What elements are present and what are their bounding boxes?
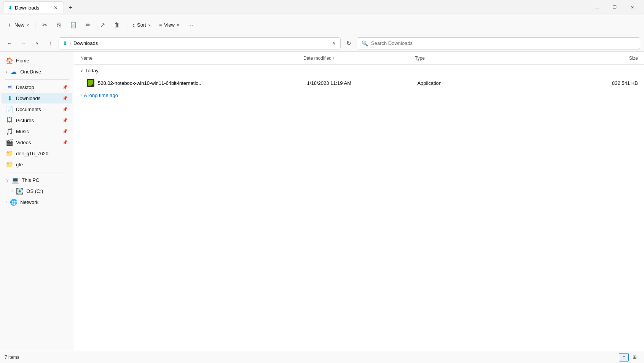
maximize-button[interactable]: ❐: [606, 2, 623, 14]
paste-button[interactable]: 📋: [67, 18, 80, 32]
pictures-icon: 🖼: [6, 117, 13, 124]
file-size-cell: 832,541 KB: [528, 80, 638, 86]
longtime-group-label: A long time ago: [84, 92, 118, 98]
toolbar: ＋ New ∨ ✂ ⎘ 📋 ✏ ↗ 🗑 ↕ Sort ∨ ≡ View ∨ ··…: [0, 15, 644, 35]
new-tab-button[interactable]: +: [65, 2, 76, 13]
share-button[interactable]: ↗: [96, 18, 109, 32]
file-nvidia-icon: [86, 79, 95, 87]
tab-close-button[interactable]: ✕: [52, 4, 59, 11]
file-header: Name Date modified ↓ Type Size: [74, 52, 644, 65]
sidebar-item-dell[interactable]: 📁 dell_g16_7620: [2, 148, 72, 159]
gfe-folder-icon: 📁: [6, 161, 13, 168]
tiles-view-button[interactable]: ⊞: [630, 353, 639, 361]
dell-folder-icon: 📁: [6, 150, 13, 157]
sidebar-item-thispc[interactable]: ∨ 💻 This PC: [2, 175, 72, 185]
sidebar-item-videos[interactable]: 🎬 Videos 📌: [2, 137, 72, 148]
videos-icon: 🎬: [6, 139, 13, 146]
date-sort-arrow: ↓: [333, 56, 335, 60]
home-icon: 🏠: [6, 57, 13, 64]
sidebar-label-gfe: gfe: [16, 162, 68, 167]
sort-label: Sort: [137, 22, 146, 28]
search-input[interactable]: [371, 40, 635, 46]
network-chevron-icon: ›: [6, 200, 7, 204]
view-button[interactable]: ≡ View ∨: [155, 18, 183, 32]
documents-icon: 📄: [6, 106, 13, 113]
thispc-chevron-icon: ∨: [6, 178, 9, 182]
cdrive-chevron-icon: ›: [12, 189, 13, 193]
sidebar-item-network[interactable]: › 🌐 Network: [2, 197, 72, 207]
onedrive-chevron-icon: ›: [6, 70, 7, 74]
desktop-pin-icon: 📌: [62, 85, 68, 90]
back-button[interactable]: ←: [4, 38, 15, 49]
sidebar-label-network: Network: [20, 199, 68, 205]
address-separator: ›: [70, 41, 71, 46]
search-icon: 🔍: [362, 40, 368, 46]
new-icon: ＋: [7, 21, 13, 29]
cdrive-icon: 💽: [16, 188, 23, 194]
sort-icon: ↕: [132, 22, 135, 28]
sidebar-label-onedrive: OneDrive: [20, 69, 68, 75]
copy-button[interactable]: ⎘: [52, 18, 66, 32]
search-bar[interactable]: 🔍: [357, 37, 640, 49]
sidebar-label-downloads: Downloads: [16, 96, 59, 101]
address-bar[interactable]: ⬇ › Downloads ∨: [59, 37, 341, 49]
sidebar-label-home: Home: [16, 58, 68, 64]
statusbar-views: ≡ ⊞: [619, 353, 639, 361]
column-size[interactable]: Size: [526, 56, 638, 61]
sidebar-item-music[interactable]: 🎵 Music 📌: [2, 126, 72, 137]
statusbar: 7 items ≡ ⊞: [0, 351, 644, 363]
thispc-icon: 💻: [12, 177, 19, 183]
titlebar-left: ⬇ Downloads ✕ +: [3, 2, 76, 13]
sidebar-item-gfe[interactable]: 📁 gfe: [2, 159, 72, 170]
navbar: ← → ∨ ↑ ⬇ › Downloads ∨ ↻ 🔍: [0, 35, 644, 52]
file-name-cell: 528.02-notebook-win10-win11-64bit-intern…: [86, 79, 307, 87]
column-date[interactable]: Date modified ↓: [303, 56, 415, 61]
sidebar-item-cdrive[interactable]: › 💽 OS (C:): [2, 186, 72, 196]
column-name[interactable]: Name: [80, 56, 303, 61]
window-controls: — ❐ ✕: [588, 2, 641, 14]
sidebar-label-documents: Documents: [16, 107, 59, 112]
tab-download-icon: ⬇: [8, 5, 13, 11]
address-download-icon: ⬇: [63, 40, 67, 46]
group-longtime-header[interactable]: › A long time ago: [74, 89, 644, 101]
sidebar-item-desktop[interactable]: 🖥 Desktop 📌: [2, 82, 72, 92]
sidebar-item-documents[interactable]: 📄 Documents 📌: [2, 104, 72, 115]
videos-pin-icon: 📌: [62, 140, 68, 145]
up-button[interactable]: ↑: [45, 38, 56, 49]
close-button[interactable]: ✕: [623, 2, 641, 14]
content-area: Name Date modified ↓ Type Size ∨ Today 5…: [74, 52, 644, 351]
new-button[interactable]: ＋ New ∨: [3, 18, 33, 32]
column-type[interactable]: Type: [415, 56, 526, 61]
dropdown-button[interactable]: ∨: [31, 38, 43, 49]
sidebar-item-home[interactable]: 🏠 Home: [2, 55, 72, 66]
rename-button[interactable]: ✏: [81, 18, 95, 32]
forward-button[interactable]: →: [18, 38, 29, 49]
sidebar-item-onedrive[interactable]: › ☁ OneDrive: [2, 66, 72, 77]
music-icon: 🎵: [6, 128, 13, 135]
sidebar-label-desktop: Desktop: [16, 84, 59, 90]
details-view-button[interactable]: ≡: [619, 353, 629, 361]
refresh-button[interactable]: ↻: [343, 38, 354, 49]
view-icon: ≡: [159, 22, 162, 28]
sidebar: 🏠 Home › ☁ OneDrive 🖥 Desktop 📌 ⬇ Downlo…: [0, 52, 74, 351]
sidebar-divider-2: [5, 172, 69, 172]
table-row[interactable]: 528.02-notebook-win10-win11-64bit-intern…: [74, 76, 644, 89]
address-chevron-button[interactable]: ∨: [332, 40, 336, 46]
new-chevron-icon: ∨: [26, 23, 29, 27]
sidebar-item-downloads[interactable]: ⬇ Downloads 📌: [2, 93, 72, 103]
more-button[interactable]: ···: [184, 18, 198, 32]
sort-chevron-icon: ∨: [148, 23, 151, 27]
documents-pin-icon: 📌: [62, 107, 68, 112]
file-date-cell: 1/18/2023 11:19 AM: [307, 80, 418, 86]
view-label: View: [164, 22, 175, 28]
downloads-tab[interactable]: ⬇ Downloads ✕: [3, 2, 64, 13]
delete-button[interactable]: 🗑: [110, 18, 124, 32]
item-count: 7 items: [5, 355, 19, 360]
minimize-button[interactable]: —: [588, 2, 606, 14]
sort-button[interactable]: ↕ Sort ∨: [129, 18, 155, 32]
file-type-cell: Application: [417, 80, 528, 86]
sidebar-label-pictures: Pictures: [16, 118, 59, 123]
sidebar-item-pictures[interactable]: 🖼 Pictures 📌: [2, 115, 72, 126]
group-today-header[interactable]: ∨ Today: [74, 65, 644, 76]
cut-button[interactable]: ✂: [38, 18, 51, 32]
